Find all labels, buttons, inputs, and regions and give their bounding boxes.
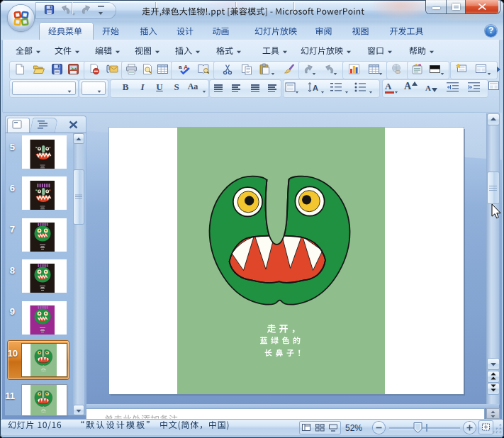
svg-text:a: a [179,64,182,70]
svg-text:A: A [313,84,318,92]
